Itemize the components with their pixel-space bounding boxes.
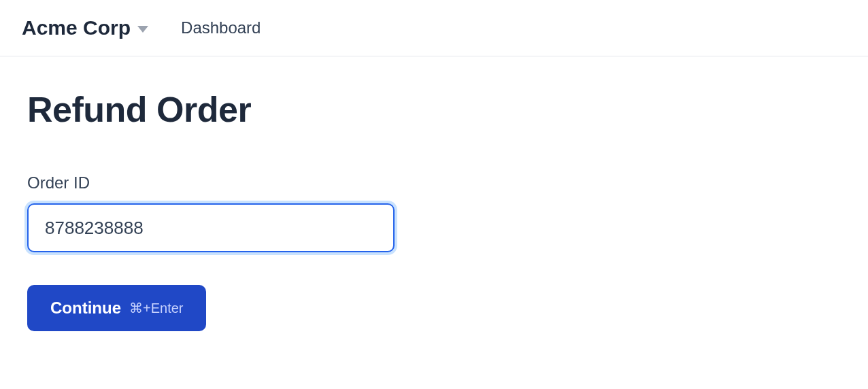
org-name: Acme Corp [22, 16, 131, 39]
continue-shortcut: ⌘+Enter [129, 300, 183, 316]
continue-button[interactable]: Continue ⌘+Enter [27, 285, 206, 331]
continue-button-label: Continue [50, 299, 121, 318]
button-row: Continue ⌘+Enter [27, 285, 841, 331]
caret-down-icon [137, 26, 148, 33]
header: Acme Corp Dashboard [0, 0, 868, 56]
order-id-input[interactable] [27, 203, 395, 252]
org-switcher[interactable]: Acme Corp [22, 16, 148, 39]
main-content: Refund Order Order ID Continue ⌘+Enter [0, 56, 868, 364]
nav-dashboard[interactable]: Dashboard [181, 18, 261, 37]
page-title: Refund Order [27, 89, 841, 130]
order-id-label: Order ID [27, 173, 841, 192]
